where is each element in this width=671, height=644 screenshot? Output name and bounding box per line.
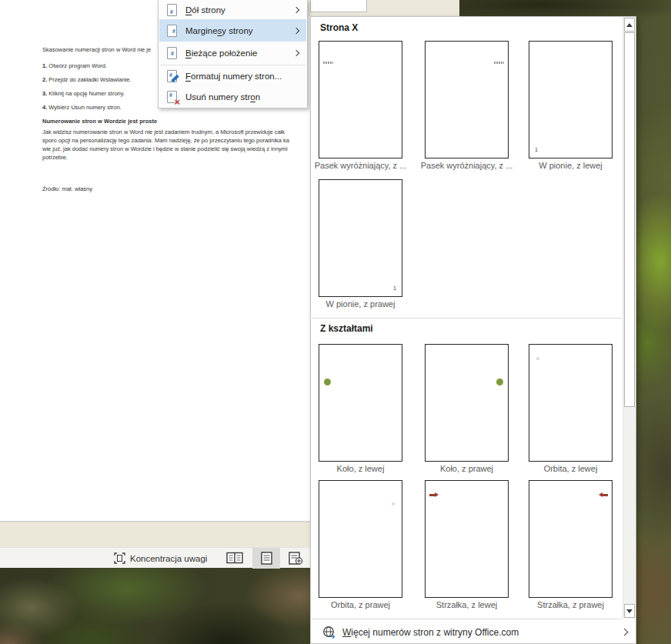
gallery-item-label: Pasek wyróżniający, z ...: [414, 161, 519, 170]
gallery-item-kolo-lewe[interactable]: Koło, z lewej: [308, 344, 413, 473]
page-thumbnail: [319, 480, 402, 598]
gallery-item-label: Orbita, z lewej: [518, 464, 623, 473]
focus-mode-label: Koncentracja uwagi: [130, 554, 207, 563]
circle-left-marker: [324, 379, 331, 385]
page-number-current-icon: #: [167, 47, 177, 59]
read-mode-icon[interactable]: [226, 552, 243, 564]
gallery-scrollbar[interactable]: [623, 17, 636, 619]
menu-item-bottom-of-page[interactable]: # Dół strony: [159, 0, 306, 19]
gallery-item-pion-lewy[interactable]: 1 W pionie, z lewej: [518, 41, 623, 170]
page-thumbnail: 1: [529, 41, 613, 158]
gallery-item-pion-prawy[interactable]: 1 W pionie, z prawej: [308, 179, 413, 309]
step-text: Kliknij na opcję Numer strony.: [47, 90, 125, 97]
doc-source-line: Źródło: mat. własny: [42, 185, 310, 192]
web-layout-icon[interactable]: [289, 552, 303, 565]
gallery-item-strzalka-prawa[interactable]: Strzałka, z prawej: [518, 480, 623, 609]
focus-icon: [114, 552, 125, 564]
doc-body-line: sporo opcji na personalizację tego zadan…: [42, 137, 310, 144]
page-number-bar-top-left-marker: [323, 62, 333, 64]
page-thumbnail: 1: [319, 179, 402, 297]
globe-icon: [322, 626, 336, 639]
gallery-item-label: Orbita, z prawej: [308, 600, 413, 609]
menu-item-label: Dół strony: [185, 5, 225, 15]
gallery-item-strzalka-lewa[interactable]: Strzałka, z lewej: [414, 480, 519, 609]
submenu-arrow-icon: [293, 49, 299, 55]
gallery-section-title: Z kształtami: [320, 323, 373, 334]
page-number-bottom-icon: #: [167, 4, 177, 16]
page-thumbnail: [319, 344, 402, 462]
orbit-top-left-marker: [536, 357, 539, 360]
gallery-item-label: Pasek wyróżniający, z ...: [308, 161, 413, 170]
page-thumbnail: [529, 344, 613, 462]
page-thumbnail: [425, 344, 509, 462]
menu-separator: [160, 65, 305, 65]
gallery-item-label: W pionie, z prawej: [308, 299, 413, 309]
page-number-bar-top-right-marker: [494, 62, 504, 64]
gallery-item-orbita-prawa[interactable]: Orbita, z prawej: [308, 480, 413, 609]
gallery-item-label: Strzałka, z prawej: [518, 600, 623, 609]
doc-body-line: potrzebie.: [42, 154, 310, 161]
footer-chevron-icon: [621, 629, 629, 636]
circle-right-marker: [496, 379, 503, 385]
scroll-down-button[interactable]: [624, 604, 635, 618]
page-thumbnail: [425, 480, 509, 598]
chrome-fragment-box: [310, 0, 367, 12]
doc-heading: Numerowanie stron w Wordzie jest proste: [42, 118, 310, 125]
page-number-bottom-left-marker: 1: [535, 147, 538, 152]
menu-item-page-margins[interactable]: # Marginesy strony: [159, 19, 306, 42]
menu-item-format-page-numbers[interactable]: # Formatuj numery stron...: [159, 66, 306, 86]
page-number-gallery-panel: Strona X Pasek wyróżniający, z ... Pasek…: [310, 16, 636, 644]
gallery-item-label: Strzałka, z lewej: [414, 600, 519, 609]
status-bar: Koncentracja uwagi: [0, 547, 310, 568]
gallery-item-label: Koło, z prawej: [414, 464, 519, 473]
screen: Skasowanie numeracji stron w Word nie je…: [0, 0, 671, 644]
menu-item-label: Bieżące położenie: [185, 48, 257, 58]
scroll-up-button[interactable]: [624, 18, 635, 32]
page-thumbnail: [319, 41, 402, 158]
format-page-numbers-icon: #: [167, 70, 177, 82]
gallery-section-title: Strona X: [320, 22, 358, 33]
menu-item-current-position[interactable]: # Bieżące położenie: [159, 42, 306, 64]
arrow-top-left-marker: [429, 494, 435, 496]
menu-item-label: Formatuj numery stron...: [185, 72, 282, 81]
arrow-top-right-marker: [603, 494, 608, 496]
gallery-item-kolo-prawe[interactable]: Koło, z prawej: [414, 344, 519, 473]
scroll-up-icon: [626, 23, 633, 27]
page-thumbnail: [529, 480, 613, 598]
menu-item-label: Usuń numery stron: [185, 92, 260, 102]
focus-mode-button[interactable]: Koncentracja uwagi: [114, 548, 207, 569]
remove-page-numbers-icon: #: [167, 91, 177, 103]
step-text: Wybierz Usuń numery stron.: [47, 104, 122, 111]
step-text: Otwórz program Word.: [47, 62, 107, 69]
doc-body-line: wie już, jak dodać numery stron w Wordzi…: [42, 145, 310, 152]
page-thumbnail: [425, 41, 509, 158]
submenu-arrow-icon: [293, 27, 299, 33]
gallery-item-label: Koło, z lewej: [308, 464, 413, 473]
scroll-down-icon: [626, 609, 633, 613]
scrollbar-thumb[interactable]: [624, 32, 635, 407]
gallery-item-label: W pionie, z lewej: [518, 161, 623, 170]
section-separator: [312, 318, 622, 319]
page-number-margins-icon: #: [167, 25, 177, 37]
window-chrome-strip-bottom: [0, 522, 310, 547]
more-page-numbers-label: Więcej numerów stron z witryny Office.co…: [342, 627, 519, 638]
more-page-numbers-link[interactable]: Więcej numerów stron z witryny Office.co…: [311, 619, 636, 644]
gallery-item-pasek-prawy[interactable]: Pasek wyróżniający, z ...: [414, 41, 519, 170]
submenu-arrow-icon: [293, 6, 299, 12]
menu-item-remove-page-numbers[interactable]: # Usuń numery stron: [159, 86, 306, 107]
gallery-item-pasek-lewy[interactable]: Pasek wyróżniający, z ...: [308, 41, 413, 170]
menu-item-label: Marginesy strony: [185, 26, 253, 35]
gallery-item-orbita-lewa[interactable]: Orbita, z lewej: [518, 344, 623, 473]
page-number-bottom-right-marker: 1: [393, 285, 396, 291]
orbit-top-right-marker: [392, 502, 395, 506]
page-number-dropdown-menu: # Dół strony # Marginesy strony # Bieżąc…: [158, 0, 308, 108]
doc-body-line: Jak widzisz numerowanie stron w Word nie…: [42, 128, 310, 135]
print-layout-icon[interactable]: [261, 552, 272, 565]
step-text: Przejdź do zakładki Wstawianie.: [47, 76, 131, 83]
